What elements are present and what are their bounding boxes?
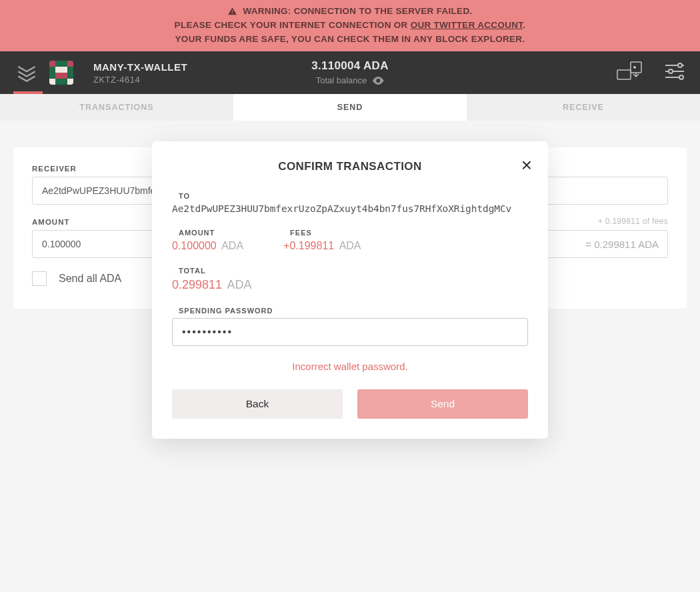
modal-amount-unit: ADA xyxy=(221,240,243,251)
modal-fees-value: +0.199811 xyxy=(283,240,334,251)
to-label: TO xyxy=(172,192,528,200)
modal-title: CONFIRM TRANSACTION xyxy=(172,160,528,173)
spending-password-input[interactable] xyxy=(172,318,528,346)
send-button[interactable]: Send xyxy=(357,389,528,419)
modal-amount-value: 0.100000 xyxy=(172,240,217,251)
modal-total-value: 0.299811 xyxy=(172,278,222,291)
to-address: Ae2tdPwUPEZ3HUU7bmfexrUzoZpAZxuyt4b4bn7f… xyxy=(172,203,528,214)
modal-overlay: CONFIRM TRANSACTION × TO Ae2tdPwUPEZ3HUU… xyxy=(0,0,700,592)
confirm-transaction-modal: CONFIRM TRANSACTION × TO Ae2tdPwUPEZ3HUU… xyxy=(152,141,548,439)
back-button[interactable]: Back xyxy=(172,389,343,419)
modal-total-label: TOTAL xyxy=(172,267,528,275)
password-label: SPENDING PASSWORD xyxy=(172,307,528,315)
modal-fees-label: FEES xyxy=(283,229,361,237)
modal-fees-unit: ADA xyxy=(339,240,361,251)
modal-total-unit: ADA xyxy=(227,278,252,291)
password-error: Incorrect wallet password. xyxy=(172,361,528,372)
close-icon[interactable]: × xyxy=(521,156,532,175)
modal-amount-label: AMOUNT xyxy=(172,229,243,237)
